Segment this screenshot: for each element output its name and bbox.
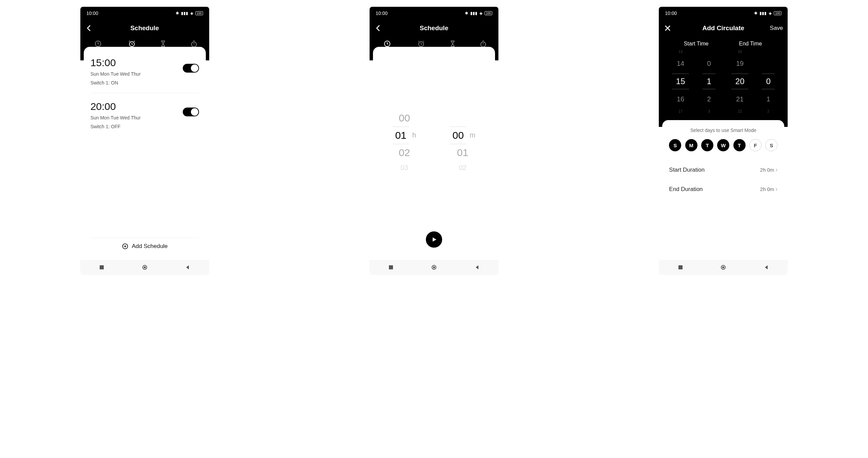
play-icon: [432, 237, 437, 242]
alarm-icon: [417, 40, 425, 47]
recents-icon[interactable]: [99, 265, 104, 270]
clock-icon: [383, 40, 391, 47]
back-nav-icon[interactable]: [185, 265, 190, 270]
schedule-toggle[interactable]: [183, 64, 199, 73]
svg-point-12: [433, 266, 435, 268]
phone-add-circulate: 10:00 ✱ ▮▮▮ ◈ 100 Add Circulate Save Sta…: [659, 7, 788, 275]
end-duration-row[interactable]: End Duration 2h 0m ›: [669, 179, 777, 199]
bluetooth-icon: ✱: [754, 11, 757, 16]
end-time-label: End Time: [723, 41, 777, 47]
picker-value: 00: [393, 110, 416, 127]
smart-mode-label: Select days to use Smart Mode: [669, 128, 777, 133]
bluetooth-icon: ✱: [176, 11, 179, 16]
home-icon[interactable]: [142, 265, 147, 270]
schedule-item[interactable]: 20:00 Sun Mon Tue Wed Thur Switch 1: OFF: [91, 93, 199, 134]
minutes-column[interactable]: 00 00 m 01 02: [450, 110, 475, 174]
header: Schedule: [370, 20, 498, 37]
picker-value: 02: [393, 144, 416, 161]
hourglass-icon: [449, 40, 456, 47]
schedule-item[interactable]: 15:00 Sun Mon Tue Wed Thur Switch 1: ON: [91, 52, 199, 90]
back-nav-icon[interactable]: [474, 265, 480, 270]
countdown-picker[interactable]: 00 01 h 02 03 00 00 m 01 02: [380, 52, 488, 231]
picker-selected: 00: [450, 127, 466, 144]
end-time-picker[interactable]: 18 19 20 21 22 0 0 0 1 2: [728, 50, 777, 113]
circulate-card: Select days to use Smart Mode S M T W T …: [662, 120, 784, 260]
svg-point-15: [722, 266, 724, 268]
signal-icon: ▮▮▮: [760, 11, 767, 16]
recents-icon[interactable]: [388, 265, 394, 270]
minutes-unit: m: [470, 131, 475, 139]
page-title: Add Circulate: [664, 24, 783, 32]
hours-column[interactable]: 00 01 h 02 03: [393, 110, 416, 174]
status-icons: ✱ ▮▮▮ ◈ 100: [754, 11, 782, 16]
day-thu[interactable]: T: [733, 139, 746, 151]
start-duration-value: 2h 0m: [760, 167, 774, 173]
home-icon[interactable]: [721, 265, 726, 270]
android-navbar: [370, 260, 498, 275]
schedule-status: Switch 1: OFF: [91, 124, 141, 129]
wifi-icon: ◈: [190, 11, 193, 16]
end-duration-label: End Duration: [669, 186, 703, 193]
status-time: 10:00: [376, 11, 388, 16]
close-button[interactable]: [664, 24, 672, 32]
picker-value: 01: [450, 144, 475, 161]
schedule-days: Sun Mon Tue Wed Thur: [91, 71, 141, 77]
status-icons: ✱ ▮▮▮ ◈ 100: [465, 11, 492, 16]
day-wed[interactable]: W: [717, 139, 729, 151]
schedule-toggle[interactable]: [183, 108, 199, 116]
svg-rect-13: [678, 265, 683, 269]
back-button[interactable]: [85, 24, 93, 32]
start-duration-label: Start Duration: [669, 167, 705, 173]
schedule-days: Sun Mon Tue Wed Thur: [91, 115, 141, 120]
end-duration-value: 2h 0m: [760, 186, 774, 192]
status-icons: ✱ ▮▮▮ ◈ 100: [176, 11, 203, 16]
svg-point-6: [144, 266, 146, 268]
header: Schedule: [80, 20, 209, 37]
days-selector: S M T W T F S: [669, 139, 777, 151]
day-sun[interactable]: S: [669, 139, 681, 151]
status-bar: 10:00 ✱ ▮▮▮ ◈ 100: [659, 7, 788, 20]
day-sat[interactable]: S: [765, 139, 777, 151]
start-duration-row[interactable]: Start Duration 2h 0m ›: [669, 160, 777, 179]
home-icon[interactable]: [431, 265, 437, 270]
wifi-icon: ◈: [479, 11, 482, 16]
day-mon[interactable]: M: [685, 139, 697, 151]
signal-icon: ▮▮▮: [181, 11, 188, 16]
plus-circle-icon: [122, 243, 129, 250]
phone-schedule-list: 10:00 ✱ ▮▮▮ ◈ 100 Schedule Countdown Sch…: [80, 7, 209, 275]
start-time-picker[interactable]: 13 14 15 16 17 0 0 1 2 3: [669, 50, 718, 113]
wifi-icon: ◈: [769, 11, 772, 16]
day-tue[interactable]: T: [701, 139, 713, 151]
battery-icon: 100: [774, 11, 782, 15]
svg-point-9: [481, 42, 486, 47]
start-countdown-button[interactable]: [426, 231, 442, 248]
status-bar: 10:00 ✱ ▮▮▮ ◈ 100: [80, 7, 209, 20]
picker-selected: 01: [393, 127, 409, 144]
alarm-icon: [128, 40, 136, 47]
back-nav-icon[interactable]: [764, 265, 769, 270]
svg-rect-4: [100, 265, 104, 269]
battery-icon: 100: [485, 11, 492, 15]
schedule-status: Switch 1: ON: [91, 80, 141, 85]
picker-value: 03: [393, 161, 416, 174]
time-headers: Start Time End Time: [659, 37, 788, 50]
add-schedule-label: Add Schedule: [132, 243, 168, 250]
stopwatch-icon: [479, 40, 487, 47]
battery-icon: 100: [195, 11, 203, 15]
svg-point-2: [192, 42, 197, 47]
schedule-time: 20:00: [91, 101, 141, 112]
back-button[interactable]: [374, 24, 382, 32]
page-title: Schedule: [85, 24, 204, 32]
clock-icon: [94, 40, 102, 47]
status-time: 10:00: [665, 11, 677, 16]
save-button[interactable]: Save: [770, 25, 783, 32]
day-fri[interactable]: F: [749, 139, 762, 151]
signal-icon: ▮▮▮: [470, 11, 477, 16]
phone-countdown: 10:00 ✱ ▮▮▮ ◈ 100 Schedule Countdown Sch…: [370, 7, 498, 275]
status-bar: 10:00 ✱ ▮▮▮ ◈ 100: [370, 7, 498, 20]
time-pickers: 13 14 15 16 17 0 0 1 2 3 18 19 20 21 22: [659, 50, 788, 127]
add-schedule-button[interactable]: Add Schedule: [91, 238, 199, 254]
recents-icon[interactable]: [678, 265, 683, 270]
hours-unit: h: [412, 131, 416, 139]
hourglass-icon: [159, 40, 167, 47]
